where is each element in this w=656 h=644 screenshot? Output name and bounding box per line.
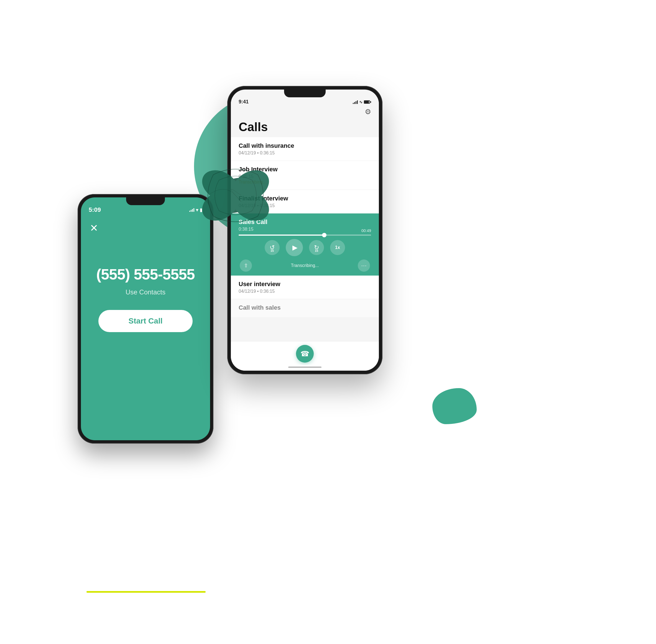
phone-right-time: 9:41 [239,99,249,105]
share-button[interactable]: ⇧ [240,259,252,272]
battery-icon-right [364,100,371,104]
start-call-button[interactable]: Start Call [98,310,193,332]
phone-icon: ☎ [300,350,309,358]
share-icon: ⇧ [244,262,248,269]
call-item[interactable]: Call with sales [231,299,379,318]
yellow-accent-line [87,591,206,593]
phone-bottom-bar: ☎ [231,341,379,365]
settings-gear-area: ⚙ [231,106,379,118]
call-item[interactable]: User interview 04/12/19 • 0:36:15 [231,276,379,299]
audio-progress-thumb [322,233,326,237]
speed-button[interactable]: 1x [330,240,345,255]
more-options-button[interactable]: ⋯ [358,259,370,272]
call-item-name: Call with sales [239,304,371,311]
signal-bars-icon [353,100,358,104]
audio-time-elapsed: 00:49 [361,228,371,233]
home-bar [288,367,322,368]
forward-label: 15 [315,249,318,252]
home-indicator-area [231,365,379,371]
call-item-name: User interview [239,280,371,288]
call-item-meta: 04/12/19 • 0:36:15 [239,289,371,294]
use-contacts-link[interactable]: Use Contacts [125,288,165,296]
phone-left-time: 5:09 [89,206,101,213]
speed-label: 1x [335,245,340,250]
wifi-icon-right: ∿ [359,100,362,104]
transcribing-status: Transcribing... [252,263,358,268]
more-icon: ⋯ [361,262,367,269]
phone-number-display: (555) 555-5555 [96,266,194,283]
rewind-label: 15 [271,249,274,252]
abstract-3d-object [180,147,291,244]
fab-call-button[interactable]: ☎ [296,345,314,363]
screen-title: Calls [231,118,379,137]
audio-bottom-bar: ⇧ Transcribing... ⋯ [239,259,371,272]
close-button[interactable]: ✕ [90,222,98,234]
phone-right-notch [284,90,326,97]
phone-right-status-icons: ∿ [353,100,371,104]
forward-button[interactable]: ↻ 15 [309,240,324,255]
gear-icon[interactable]: ⚙ [365,108,371,116]
phone-right-status-bar: 9:41 ∿ [231,97,379,106]
blob-small-decoration [432,388,477,424]
